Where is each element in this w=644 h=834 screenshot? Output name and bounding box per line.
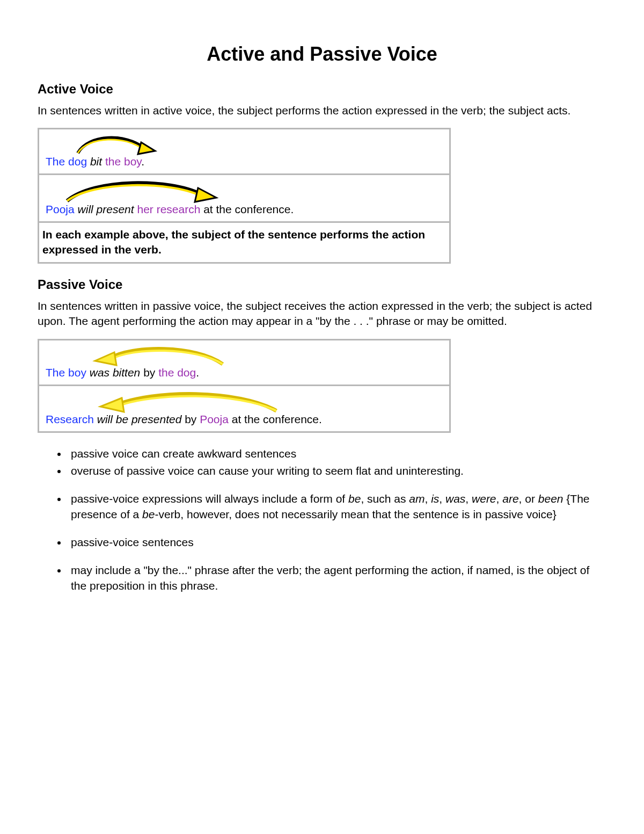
text-italic: were [472,492,496,505]
passive-heading: Passive Voice [38,277,606,292]
object: her research [137,203,200,215]
list-item: passive voice can create awkward sentenc… [68,446,606,461]
active-heading: Active Voice [38,82,606,97]
subject: Pooja [46,203,75,215]
by-word: by [140,366,158,379]
arrow-left-icon [46,344,250,366]
text: , or [519,492,538,505]
object: the dog [158,366,196,379]
active-example-2: Pooja will present her research at the c… [39,173,449,221]
text: -verb, however, does not necessarily mea… [155,508,556,520]
passive-intro: In sentences written in passive voice, t… [38,299,606,329]
subject: Research [46,413,94,425]
svg-marker-3 [100,398,124,412]
object: the boy [105,155,141,168]
verb: will present [78,203,134,215]
text: passive-voice expressions will always in… [71,492,348,505]
text: , [496,492,503,505]
tail: at the conference. [229,413,322,425]
sentence: The boy was bitten by the dog. [46,366,443,379]
svg-marker-1 [195,188,216,202]
passive-example-2: Research will be presented by Pooja at t… [39,385,449,431]
text-italic: am [409,492,425,505]
document-page: Active and Passive Voice Active Voice In… [0,0,644,834]
arrow-left-icon [46,389,298,413]
text: , such as [361,492,409,505]
text-italic: is [431,492,439,505]
text: , [439,492,445,505]
text: , [425,492,431,505]
sentence: The dog bit the boy. [46,155,443,168]
list-item: overuse of passive voice can cause your … [68,463,606,478]
by-word: by [181,413,200,425]
text-italic: be [142,508,155,520]
list-item: may include a "by the..." phrase after t… [68,563,606,593]
active-example-1: The dog bit the boy. [39,129,449,173]
text-italic: be [348,492,361,505]
passive-example-1: The boy was bitten by the dog. [39,340,449,385]
active-example-box: The dog bit the boy. Pooja will present … [38,128,451,264]
tail: . [141,155,144,168]
arrow-right-icon [46,178,228,203]
passive-example-box: The boy was bitten by the dog. Research … [38,339,451,433]
list-item: passive-voice expressions will always in… [68,491,606,522]
text-italic: was [445,492,465,505]
object: Pooja [200,413,229,425]
text-italic: been [538,492,564,505]
verb: was bitten [90,366,141,379]
active-intro: In sentences written in active voice, th… [38,103,606,118]
verb: will be presented [97,413,182,425]
active-example-caption: In each example above, the subject of th… [39,221,449,262]
list-item: passive-voice sentences [68,535,606,550]
verb: bit [90,155,102,168]
tail: at the conference. [200,203,294,215]
page-title: Active and Passive Voice [38,43,606,66]
sentence: Research will be presented by Pooja at t… [46,413,443,426]
text: , [465,492,472,505]
svg-marker-0 [138,142,155,154]
tail: . [196,366,199,379]
text-italic: are [502,492,518,505]
arrow-right-icon [46,133,169,155]
sentence: Pooja will present her research at the c… [46,203,443,216]
subject: The boy [46,366,86,379]
subject: The dog [46,155,87,168]
svg-marker-2 [95,352,116,365]
notes-list: passive voice can create awkward sentenc… [38,446,606,593]
